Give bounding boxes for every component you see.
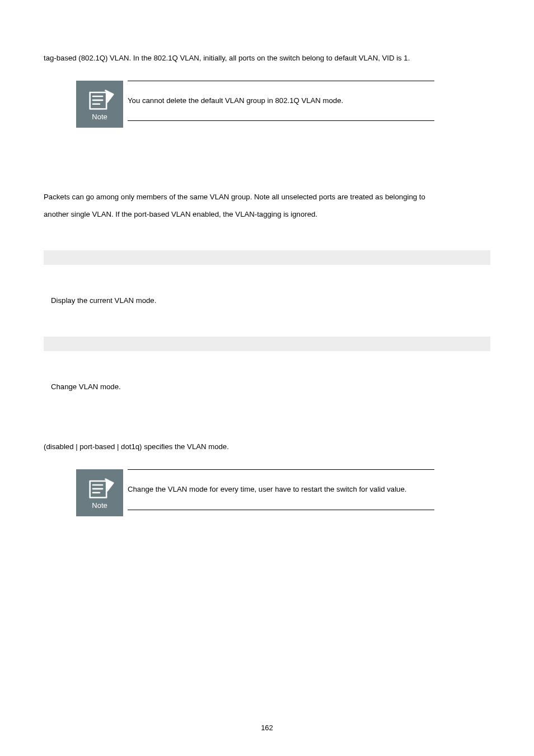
spacer <box>44 395 490 421</box>
note-icon-box: Note <box>76 469 123 516</box>
spacer <box>44 139 490 188</box>
note-block-2: Note Change the VLAN mode for every time… <box>76 469 434 516</box>
note-text: Change the VLAN mode for every time, use… <box>128 470 434 509</box>
packets-paragraph-line1: Packets can go among only members of the… <box>44 188 490 206</box>
packets-paragraph-line2: another single VLAN. If the port-based V… <box>44 206 490 223</box>
spacer <box>44 361 490 378</box>
note-block-1: Note You cannot delete the default VLAN … <box>76 81 434 128</box>
note-icon <box>85 87 114 112</box>
page-number: 162 <box>0 724 534 731</box>
note-label: Note <box>92 113 107 121</box>
note-icon-box: Note <box>76 81 123 128</box>
spacer <box>44 275 490 292</box>
note-icon <box>85 476 114 501</box>
note-body: You cannot delete the default VLAN group… <box>128 81 434 121</box>
display-mode-text: Display the current VLAN mode. <box>51 292 490 310</box>
spacer <box>44 421 490 438</box>
grey-bar <box>44 337 490 351</box>
note-rule-bottom <box>128 510 434 510</box>
document-page: tag-based (802.1Q) VLAN. In the 802.1Q V… <box>0 0 534 756</box>
note-rule-bottom <box>128 120 434 121</box>
spacer <box>44 310 490 326</box>
change-mode-text: Change VLAN mode. <box>51 378 490 396</box>
grey-bar <box>44 250 490 265</box>
note-body: Change the VLAN mode for every time, use… <box>128 469 434 510</box>
intro-paragraph: tag-based (802.1Q) VLAN. In the 802.1Q V… <box>44 49 490 67</box>
specifies-text: (disabled | port-based | dot1q) specifie… <box>44 438 490 456</box>
note-label: Note <box>92 502 107 510</box>
note-text: You cannot delete the default VLAN group… <box>128 81 434 120</box>
spacer <box>44 223 490 240</box>
